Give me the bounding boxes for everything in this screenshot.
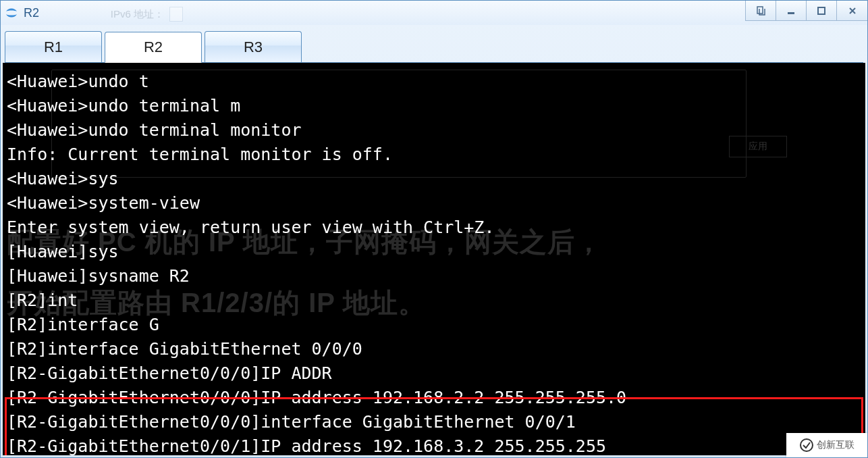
watermark-icon	[799, 438, 814, 453]
maximize-button[interactable]	[806, 1, 837, 21]
app-window: R2 IPv6 地址： 前缀长度： 128 R1 R2 R3 应用	[0, 0, 868, 458]
tab-r1[interactable]: R1	[5, 31, 102, 62]
tab-label: R1	[44, 39, 63, 56]
tab-r3[interactable]: R3	[205, 31, 302, 62]
titlebar: R2	[1, 1, 867, 25]
app-icon	[5, 6, 18, 20]
tab-label: R2	[144, 39, 163, 56]
window-title: R2	[24, 6, 39, 20]
minimize-button[interactable]	[776, 1, 807, 21]
window-action-button[interactable]	[745, 1, 776, 21]
tab-label: R3	[244, 39, 263, 56]
watermark: 创新互联	[786, 433, 867, 457]
tabstrip: R1 R2 R3	[5, 29, 863, 63]
terminal-output: <Huawei>undo t <Huawei>undo terminal m <…	[7, 70, 861, 455]
svg-point-3	[801, 439, 813, 451]
svg-rect-0	[757, 7, 763, 14]
terminal[interactable]: 应用 配置好 PC 机的 IP 地址，子网掩码，网关之后， 开始配置路由 R1/…	[3, 63, 865, 455]
tab-r2[interactable]: R2	[105, 32, 202, 63]
svg-rect-2	[818, 7, 825, 14]
watermark-text: 创新互联	[817, 439, 855, 451]
svg-rect-1	[788, 12, 794, 14]
close-button[interactable]	[836, 1, 867, 21]
window-controls	[746, 1, 867, 21]
